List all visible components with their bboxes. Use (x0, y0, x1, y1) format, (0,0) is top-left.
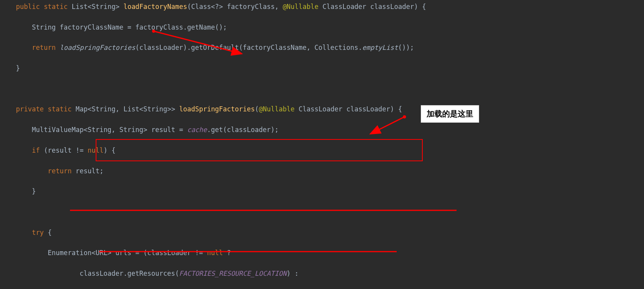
code-line (0, 84, 644, 94)
code-line: return loadSpringFactories(classLoader).… (0, 42, 644, 53)
code-line: } (0, 186, 644, 196)
code-line: String factoryClassName = factoryClass.g… (0, 22, 644, 32)
code-line: } (0, 63, 644, 73)
code-editor[interactable]: public static List<String> loadFactoryNa… (0, 2, 644, 289)
code-line: classLoader.getResources(FACTORIES_RESOU… (0, 268, 644, 278)
code-line: MultiValueMap<String, String> result = c… (0, 125, 644, 135)
code-line (0, 207, 644, 217)
code-line: public static List<String> loadFactoryNa… (0, 2, 644, 12)
code-line: if (result != null) { (0, 145, 644, 155)
code-line: return result; (0, 166, 644, 176)
code-line: private static Map<String, List<String>>… (0, 104, 644, 114)
code-line: Enumeration<URL> urls = (classLoader != … (0, 248, 644, 258)
annotation-callout: 加载的是这里 (421, 105, 479, 123)
code-line: try { (0, 227, 644, 238)
